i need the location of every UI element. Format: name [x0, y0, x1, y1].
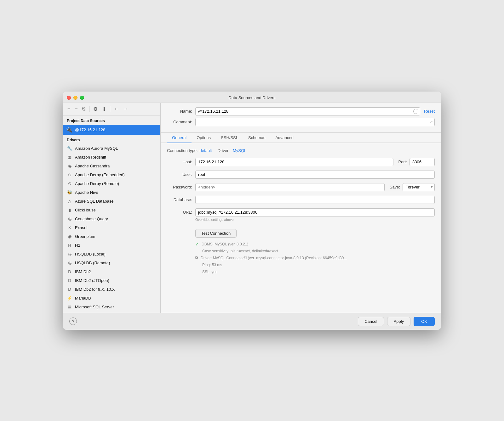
driver-icon-16: D	[67, 287, 72, 292]
port-label: Port:	[398, 160, 407, 164]
database-row: Database:	[167, 196, 435, 204]
tab-sshssl[interactable]: SSH/SSL	[216, 133, 243, 143]
footer-right: Cancel Apply OK	[358, 317, 435, 326]
driver-icon-14: D	[67, 269, 72, 275]
comment-label: Comment:	[167, 120, 192, 124]
host-input[interactable]	[195, 158, 393, 166]
driver-name-5: Apache Hive	[75, 190, 98, 195]
driver-icon-5: 🐝	[67, 190, 72, 195]
ok-button[interactable]: OK	[414, 317, 435, 326]
window-title: Data Sources and Drivers	[229, 95, 276, 100]
user-input[interactable]	[195, 171, 435, 179]
driver-name-3: Apache Derby (Embedded)	[75, 172, 125, 177]
config-button[interactable]: ⚙	[92, 105, 99, 113]
driver-item-15[interactable]: DIBM Db2 (JTOpen)	[63, 276, 160, 285]
right-panel: Name: Reset Comment: ⤢ Gener	[161, 103, 441, 313]
driver-name-18: Microsoft SQL Server	[75, 305, 114, 309]
datasource-label: @172.16.21.128	[75, 127, 105, 132]
password-input[interactable]	[195, 183, 385, 191]
tab-general[interactable]: General	[167, 133, 192, 143]
driver-item-16[interactable]: DIBM Db2 for 9.X, 10.X	[63, 285, 160, 294]
driver-label: Driver:	[218, 148, 230, 153]
status-text-3: Driver: MySQL Connector/J (ver. mysql-co…	[201, 255, 347, 261]
copy-button[interactable]: ⎘	[81, 105, 87, 112]
name-circle-button[interactable]	[413, 109, 418, 114]
tab-options[interactable]: Options	[192, 133, 216, 143]
driver-name-8: Couchbase Query	[75, 216, 108, 221]
status-text-4: Ping: 53 ms	[202, 262, 222, 268]
url-input[interactable]	[195, 208, 435, 216]
driver-item-9[interactable]: ✕Exasol	[63, 223, 160, 232]
minimize-button[interactable]	[73, 96, 77, 100]
connection-type-value[interactable]: default	[200, 148, 212, 153]
driver-item-18[interactable]: ▤Microsoft SQL Server	[63, 303, 160, 312]
expand-icon[interactable]: ⤢	[430, 120, 433, 124]
driver-item-11[interactable]: HH2	[63, 241, 160, 250]
footer: ? Cancel Apply OK	[63, 313, 441, 330]
driver-name-2: Apache Cassandra	[75, 164, 110, 168]
main-content: + − ⎘ ⚙ ⬆ ← → Project Data Sources 🔌 @17…	[63, 103, 441, 313]
cancel-button[interactable]: Cancel	[358, 317, 384, 326]
back-button[interactable]: ←	[113, 105, 120, 112]
password-label: Password:	[167, 185, 192, 189]
project-section-header: Project Data Sources	[63, 115, 160, 125]
forward-button[interactable]: →	[122, 105, 130, 112]
close-button[interactable]	[67, 96, 71, 100]
port-input[interactable]	[410, 158, 435, 166]
driver-value[interactable]: MySQL	[233, 148, 246, 153]
name-input[interactable]	[195, 107, 420, 115]
driver-name-11: H2	[75, 243, 80, 248]
help-button[interactable]: ?	[69, 317, 77, 325]
driver-item-3[interactable]: ⊙Apache Derby (Embedded)	[63, 171, 160, 179]
url-hint: Overrides settings above	[195, 218, 435, 222]
reset-button[interactable]: Reset	[424, 109, 435, 114]
driver-name-14: IBM Db2	[75, 269, 91, 274]
comment-input[interactable]	[195, 118, 435, 126]
driver-icon-9: ✕	[67, 225, 72, 231]
maximize-button[interactable]	[80, 96, 84, 100]
driver-item-10[interactable]: ◉Greenplum	[63, 232, 160, 241]
drivers-section: Drivers 🔧Amazon Aurora MySQL▦Amazon Reds…	[63, 135, 160, 313]
left-panel: + − ⎘ ⚙ ⬆ ← → Project Data Sources 🔌 @17…	[63, 103, 161, 313]
driver-item-4[interactable]: ⊙Apache Derby (Remote)	[63, 179, 160, 188]
remove-button[interactable]: −	[73, 105, 79, 112]
driver-item-2[interactable]: ◉Apache Cassandra	[63, 162, 160, 171]
driver-icon-0: 🔧	[67, 146, 72, 151]
driver-icon-6: △	[67, 199, 72, 204]
save-select-wrap: Never Until restart For session Forever	[403, 183, 435, 191]
add-button[interactable]: +	[66, 105, 72, 112]
driver-name-17: MariaDB	[75, 296, 91, 300]
tab-schemas[interactable]: Schemas	[243, 133, 270, 143]
driver-icon-4: ⊙	[67, 181, 72, 187]
driver-item-5[interactable]: 🐝Apache Hive	[63, 188, 160, 197]
driver-item-6[interactable]: △Azure SQL Database	[63, 197, 160, 206]
import-button[interactable]: ⬆	[101, 105, 107, 113]
test-connection-button[interactable]: Test Connection	[195, 229, 237, 238]
driver-icon-13: ◎	[67, 260, 72, 266]
status-text-1: DBMS: MySQL (ver. 8.0.21)	[202, 241, 248, 247]
left-scroll[interactable]: Project Data Sources 🔌 @172.16.21.128 Dr…	[63, 115, 160, 313]
driver-icon-17: ⚡	[67, 295, 72, 301]
driver-item-0[interactable]: 🔧Amazon Aurora MySQL	[63, 144, 160, 153]
driver-item-8[interactable]: ◎Couchbase Query	[63, 215, 160, 223]
save-label: Save:	[390, 185, 400, 189]
status-text-2: Case sensitivity: plain=exact, delimited…	[202, 248, 278, 254]
database-input[interactable]	[195, 196, 435, 204]
check-icon-1: ✓	[195, 242, 199, 247]
driver-item-7[interactable]: ▮ClickHouse	[63, 206, 160, 215]
driver-item-13[interactable]: ◎HSQLDB (Remote)	[63, 259, 160, 267]
host-port-row: Host: Port:	[167, 158, 435, 166]
tab-advanced[interactable]: Advanced	[270, 133, 299, 143]
apply-button[interactable]: Apply	[387, 317, 411, 326]
driver-name-9: Exasol	[75, 225, 87, 230]
connection-type-label: Connection type:	[167, 148, 198, 153]
host-label: Host:	[167, 160, 192, 164]
save-select[interactable]: Never Until restart For session Forever	[403, 183, 435, 191]
url-row: URL:	[167, 208, 435, 216]
driver-item-17[interactable]: ⚡MariaDB	[63, 294, 160, 303]
driver-item-12[interactable]: ◎HSQLDB (Local)	[63, 250, 160, 259]
selected-datasource-item[interactable]: 🔌 @172.16.21.128	[63, 125, 160, 135]
driver-icon-10: ◉	[67, 234, 72, 239]
driver-item-1[interactable]: ▦Amazon Redshift	[63, 153, 160, 162]
driver-item-14[interactable]: DIBM Db2	[63, 267, 160, 276]
